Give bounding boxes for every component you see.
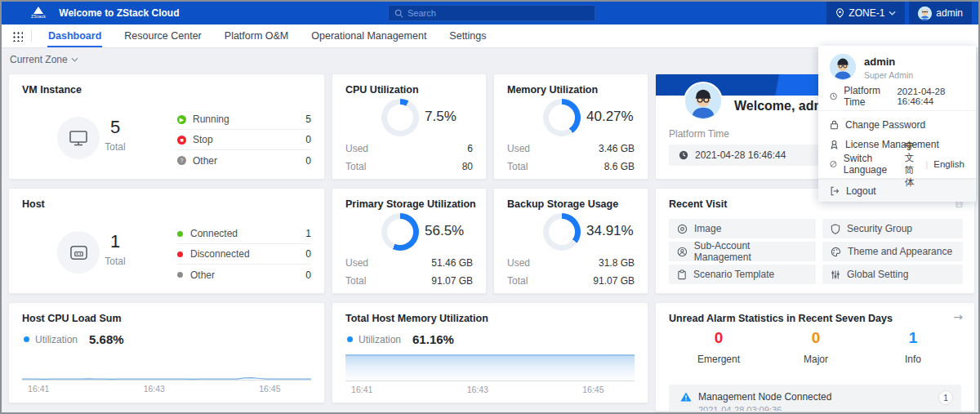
tick-label: 16:41 xyxy=(351,385,372,394)
zstack-logo-triangle xyxy=(33,7,43,14)
tab-resource-center[interactable]: Resource Center xyxy=(113,24,213,47)
sliders-icon xyxy=(831,269,840,280)
tick-label: 16:43 xyxy=(467,385,488,394)
vm-stop-row[interactable]: ■ Stop 0 xyxy=(177,130,311,150)
vm-total-value: 5 xyxy=(91,117,140,138)
dropdown-platform-time: Platform Time 2021-04-28 16:46:44 xyxy=(818,87,976,106)
card-title: Unread Alarm Statistics in Recent Seven … xyxy=(669,313,893,324)
menu-item-label: Switch Language xyxy=(844,153,898,176)
tab-settings[interactable]: Settings xyxy=(438,24,497,47)
alarm-label: Emergent xyxy=(674,354,764,365)
search-box[interactable] xyxy=(388,5,595,21)
used-label: Used xyxy=(507,143,530,154)
avatar xyxy=(830,54,856,80)
legend-value: 61.16% xyxy=(412,332,454,346)
menu-item-label: Change Password xyxy=(845,119,925,131)
card-title: Recent Visit xyxy=(669,198,727,210)
recent-visit-global-setting[interactable]: Global Setting xyxy=(822,265,963,284)
status-label: Other xyxy=(190,269,215,281)
used-label: Used xyxy=(345,257,368,269)
alarm-count: 1 xyxy=(868,329,958,347)
dropdown-user-header: admin Super Admin xyxy=(818,52,976,87)
recent-visit-security-group[interactable]: Security Group xyxy=(822,219,963,238)
current-zone-selector[interactable]: Current Zone xyxy=(10,49,78,70)
card-title: VM Instance xyxy=(22,84,82,96)
connected-status-icon xyxy=(177,231,183,237)
user-menu[interactable]: admin xyxy=(909,2,972,24)
alarm-event-count-badge: 1 xyxy=(938,390,953,405)
status-value: 0 xyxy=(305,155,311,167)
template-icon xyxy=(677,269,687,280)
dropdown-change-password[interactable]: Change Password xyxy=(818,115,976,135)
vm-other-row[interactable]: ? Other 0 xyxy=(177,150,311,171)
dropdown-divider xyxy=(818,110,976,111)
recent-visit-label: Theme and Appearance xyxy=(848,246,952,257)
current-zone-label: Current Zone xyxy=(10,54,68,65)
used-value: 51.46 GB xyxy=(431,257,473,269)
alarm-stat-major: 0 Major xyxy=(771,329,861,365)
app-grid-icon[interactable] xyxy=(12,31,23,42)
host-memory-utilization-card: Total Host Memory Utilization Utilizatio… xyxy=(332,302,648,403)
card-title: Host CPU Load Sum xyxy=(22,313,122,324)
recent-visit-image[interactable]: Image xyxy=(669,219,816,238)
card-title: CPU Utilization xyxy=(345,84,419,96)
chart-legend: Utilization 61.16% xyxy=(347,332,454,346)
vm-instance-card: VM Instance 5 Total ▶ Running 5 ■ Stop 0… xyxy=(8,73,325,180)
alarm-event-title: Management Node Connected xyxy=(698,391,831,403)
total-label: Total xyxy=(507,275,528,287)
total-value: 91.07 GB xyxy=(431,275,473,287)
zstack-dashboard: ZStack Welcome to ZStack Cloud ZONE-1 xyxy=(0,0,980,414)
host-total-label: Total xyxy=(91,256,140,267)
memory-utilization-card: Memory Utilization 40.27% Used 3.46 GB T… xyxy=(493,73,648,180)
recent-visit-card: Recent Visit Image Security Group Sub-Ac… xyxy=(655,188,975,294)
language-icon xyxy=(830,159,837,169)
search-input[interactable] xyxy=(408,8,571,18)
platform-time-value: 2021-04-28 16:46:44 xyxy=(897,87,964,106)
recent-visit-scenario-template[interactable]: Scenario Template xyxy=(669,265,816,284)
zstack-logo: ZStack xyxy=(31,7,46,20)
tab-platform-om[interactable]: Platform O&M xyxy=(213,24,301,47)
recent-visit-sub-account[interactable]: Sub-Account Management xyxy=(669,242,816,261)
alarm-label: Info xyxy=(868,354,958,365)
host-cpu-load-card: Host CPU Load Sum Utilization 5.68% 16:4… xyxy=(8,302,325,403)
arrow-right-icon[interactable]: → xyxy=(953,310,963,323)
alarm-event-row[interactable]: Management Node Connected 2021-04-28 03:… xyxy=(669,385,961,412)
vm-running-row[interactable]: ▶ Running 5 xyxy=(177,109,311,130)
status-label: Other xyxy=(193,155,217,167)
total-value: 80 xyxy=(462,161,473,172)
used-value: 31.8 GB xyxy=(599,257,635,269)
alarm-stat-info: 1 Info xyxy=(868,329,958,365)
host-connected-row[interactable]: Connected 1 xyxy=(177,224,311,244)
alarm-label: Major xyxy=(771,354,861,365)
total-label: Total xyxy=(345,275,366,287)
status-value: 5 xyxy=(305,114,311,125)
cpu-percent: 7.5% xyxy=(425,109,457,125)
zone-label: ZONE-1 xyxy=(849,7,884,19)
backup-storage-used-row: Used 31.8 GB xyxy=(507,257,635,269)
legend-dot xyxy=(24,336,29,342)
lang-option-english[interactable]: English xyxy=(933,159,964,169)
avatar xyxy=(685,83,721,119)
recent-visit-theme[interactable]: Theme and Appearance xyxy=(822,242,963,261)
status-label: Running xyxy=(193,114,229,125)
tab-dashboard[interactable]: Dashboard xyxy=(37,24,113,47)
lang-option-chinese[interactable]: 中文简体 xyxy=(905,140,920,189)
host-disconnected-row[interactable]: Disconnected 0 xyxy=(177,244,311,265)
dropdown-switch-language[interactable]: Switch Language 中文简体 | English xyxy=(818,154,976,174)
backup-storage-card: Backup Storage Usage 34.91% Used 31.8 GB… xyxy=(493,188,648,294)
card-title: Backup Storage Usage xyxy=(507,198,618,210)
host-other-row[interactable]: Other 0 xyxy=(177,265,311,285)
topbar: ZStack Welcome to ZStack Cloud ZONE-1 xyxy=(2,2,978,24)
vm-status-list: ▶ Running 5 ■ Stop 0 ? Other 0 xyxy=(177,109,311,171)
location-pin-icon xyxy=(835,8,844,18)
card-title: Memory Utilization xyxy=(507,84,598,96)
zone-selector[interactable]: ZONE-1 xyxy=(826,2,905,24)
primary-storage-total-row: Total 91.07 GB xyxy=(345,275,473,287)
tab-operational-management[interactable]: Operational Management xyxy=(300,24,438,47)
chevron-down-icon xyxy=(71,57,78,62)
host-icon xyxy=(69,243,89,262)
status-label: Stop xyxy=(193,134,213,145)
host-card: Host 1 Total Connected 1 Disconnected 0 … xyxy=(8,188,325,294)
other-status-icon: ? xyxy=(177,156,186,165)
shield-icon xyxy=(831,224,840,234)
